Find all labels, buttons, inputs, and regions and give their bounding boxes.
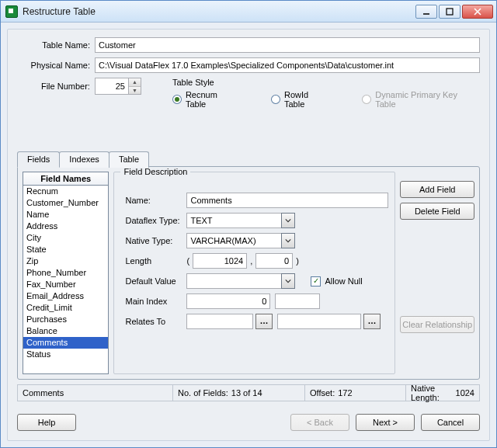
relates-to-input-2[interactable]	[277, 314, 361, 329]
relates-to-input-1[interactable]	[186, 314, 253, 329]
field-description-legend: Field Description	[120, 167, 190, 176]
browse-button-2[interactable]: …	[363, 314, 381, 329]
length-input-2[interactable]: 0	[255, 253, 293, 269]
client-area: Table Name: Customer Physical Name: C:\V…	[7, 29, 490, 441]
main-index-label: Main Index	[120, 297, 186, 306]
close-button[interactable]	[462, 5, 493, 19]
list-item[interactable]: Address	[23, 221, 108, 232]
main-index-aux[interactable]	[275, 293, 320, 309]
list-item[interactable]: City	[23, 232, 108, 244]
window-title: Restructure Table	[23, 6, 415, 17]
status-field: Comments	[23, 388, 64, 398]
list-item[interactable]: Credit_Limit	[23, 302, 108, 314]
list-item[interactable]: Comments	[23, 337, 108, 349]
status-bar: Comments No. of Fields: 13 of 14 Offset:…	[17, 384, 480, 401]
relates-to-label: Relates To	[120, 317, 186, 326]
list-item[interactable]: Status	[23, 349, 108, 360]
add-field-button[interactable]: Add Field	[400, 181, 474, 198]
check-icon: ✓	[311, 276, 321, 287]
dataflex-type-select[interactable]: TEXT	[186, 213, 295, 228]
name-input[interactable]: Comments	[186, 193, 388, 208]
main-index-input[interactable]: 0	[186, 293, 270, 309]
list-item[interactable]: Phone_Number	[23, 267, 108, 279]
chevron-down-icon[interactable]	[281, 233, 295, 248]
chevron-down-icon[interactable]	[281, 273, 295, 289]
length-label: Length	[120, 256, 186, 266]
tab-table[interactable]: Table	[109, 151, 149, 168]
physical-name-input[interactable]: C:\Visual DataFlex 17.0 Examples\Special…	[95, 57, 480, 73]
field-names-list[interactable]: RecnumCustomer_NumberNameAddressCityStat…	[23, 186, 109, 374]
physical-name-label: Physical Name:	[17, 61, 95, 70]
list-item[interactable]: Recnum	[23, 186, 108, 197]
default-value-label: Default Value	[120, 276, 186, 286]
help-button[interactable]: Help	[17, 414, 76, 431]
field-names-header: Field Names	[23, 172, 109, 186]
allow-null-checkbox[interactable]: ✓ Allow Null	[311, 276, 362, 287]
native-type-label: Native Type:	[120, 236, 186, 245]
tab-fields[interactable]: Fields	[17, 151, 60, 168]
spinner-down-icon[interactable]: ▼	[129, 87, 141, 95]
table-style-label: Table Style	[172, 78, 480, 87]
radio-rowid-table[interactable]: RowId Table	[271, 90, 331, 109]
name-label: Name:	[120, 196, 186, 205]
spinner-up-icon[interactable]: ▲	[129, 78, 141, 87]
chevron-down-icon[interactable]	[281, 213, 295, 228]
status-nativelen-label: Native Length:	[411, 384, 453, 402]
svg-rect-1	[447, 9, 453, 15]
delete-field-button[interactable]: Delete Field	[400, 203, 474, 220]
length-input-1[interactable]: 1024	[193, 253, 247, 269]
file-number-value[interactable]: 25	[95, 78, 129, 95]
file-number-label: File Number:	[17, 78, 95, 95]
status-nativelen: 1024	[456, 388, 474, 398]
status-nofields: 13 of 14	[231, 388, 262, 398]
tab-indexes[interactable]: Indexes	[59, 151, 109, 168]
list-item[interactable]: State	[23, 244, 108, 255]
list-item[interactable]: Customer_Number	[23, 197, 108, 209]
maximize-button[interactable]	[439, 5, 461, 19]
default-value-select[interactable]	[186, 273, 295, 289]
cancel-button[interactable]: Cancel	[421, 414, 480, 431]
radio-dot-icon	[362, 95, 371, 104]
next-button[interactable]: Next >	[356, 414, 415, 431]
field-description-group: Field Description Name: Comments Datafle…	[113, 172, 395, 374]
dataflex-type-label: Dataflex Type:	[120, 216, 186, 225]
app-icon	[5, 5, 18, 18]
tab-page-fields: Field Names RecnumCustomer_NumberNameAdd…	[17, 166, 480, 380]
list-item[interactable]: Name	[23, 209, 108, 221]
status-offset: 172	[338, 388, 352, 398]
list-item[interactable]: Balance	[23, 325, 108, 337]
file-number-stepper[interactable]: 25 ▲▼	[95, 78, 141, 95]
status-offset-label: Offset:	[310, 388, 335, 398]
radio-dynamic-pk-table: Dynamic Primary Key Table	[362, 90, 480, 109]
list-item[interactable]: Email_Address	[23, 290, 108, 302]
back-button: < Back	[290, 414, 349, 431]
native-type-select[interactable]: VARCHAR(MAX)	[186, 233, 295, 248]
radio-dot-icon	[172, 95, 182, 104]
status-nofields-label: No. of Fields:	[178, 388, 228, 398]
list-item[interactable]: Fax_Number	[23, 279, 108, 290]
minimize-button[interactable]	[415, 5, 437, 19]
window: Restructure Table Table Name: Customer P…	[0, 0, 497, 448]
titlebar: Restructure Table	[1, 1, 496, 23]
clear-relationship-button: Clear Relationship	[400, 316, 474, 333]
list-item[interactable]: Purchases	[23, 314, 108, 325]
radio-recnum-table[interactable]: Recnum Table	[172, 90, 240, 109]
radio-dot-icon	[271, 95, 280, 104]
list-item[interactable]: Zip	[23, 255, 108, 267]
table-name-input[interactable]: Customer	[95, 37, 480, 53]
table-name-label: Table Name:	[17, 40, 95, 50]
browse-button-1[interactable]: …	[255, 314, 273, 329]
